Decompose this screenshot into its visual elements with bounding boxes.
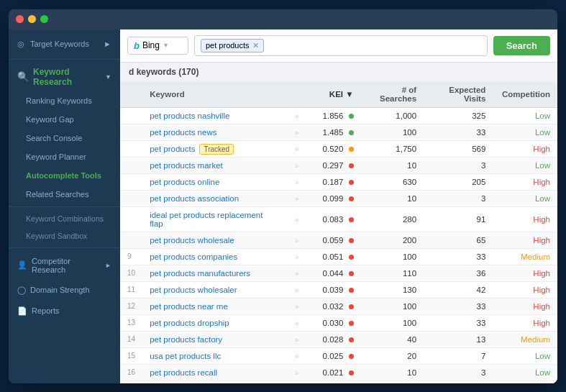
kei-value: 0.028 — [323, 335, 344, 344]
arrows-icon: » — [295, 253, 299, 261]
keyword-cell: ideal pet products replacement flap — [142, 206, 285, 232]
sidebar-item-search-console[interactable]: Search Console — [9, 129, 120, 147]
visits-cell: 7 — [424, 347, 493, 364]
keyword-research-header[interactable]: 🔍 Keyword Research ▼ — [9, 60, 120, 91]
kei-dot-icon — [349, 238, 354, 243]
engine-dropdown[interactable]: b Bing ▼ — [127, 37, 188, 55]
col-visits-header: Expected Visits — [424, 81, 493, 108]
col-searches-header: # of Searches — [361, 81, 424, 108]
kei-value: 1.485 — [323, 128, 344, 137]
sidebar-item-keyword-sandbox[interactable]: Keyword Sandbox — [9, 227, 120, 245]
keyword-link[interactable]: pet products market — [150, 161, 223, 170]
col-arrows — [285, 81, 306, 108]
keyword-link[interactable]: pet products news — [150, 128, 216, 137]
keyword-cell: pet productsTracked — [142, 140, 285, 157]
table-row: 11 pet products wholesaler » 0.039 130 4… — [120, 281, 557, 298]
row-number: 16 — [120, 364, 142, 380]
keyword-link[interactable]: pet products dropship — [150, 319, 229, 327]
keyword-link[interactable]: pet products manufacturers — [150, 269, 250, 278]
kei-value: 0.051 — [323, 252, 344, 261]
arrows-icon: » — [295, 270, 299, 278]
table-row: 10 pet products manufacturers » 0.044 11… — [120, 265, 557, 281]
sidebar-item-reports[interactable]: 📄 Reports — [9, 301, 120, 322]
maximize-button[interactable] — [40, 15, 48, 23]
arrows-icon: » — [295, 195, 299, 203]
sidebar-item-keyword-planner[interactable]: Keyword Planner — [9, 147, 120, 166]
arrows-icon: » — [295, 237, 299, 245]
search-tag: pet products ✕ — [201, 39, 264, 53]
keyword-link[interactable]: pet products near me — [150, 302, 228, 311]
table-row: 12 pet products near me » 0.032 100 33 H… — [120, 298, 557, 314]
sidebar-item-keyword-gap[interactable]: Keyword Gap — [9, 110, 120, 129]
keyword-link[interactable]: pet products recall — [150, 368, 217, 377]
arrows-icon: » — [295, 145, 299, 153]
table-row: 17 pet products expo » 0.019 10 3 Low — [120, 380, 557, 383]
content-area: b Bing ▼ pet products ✕ Search d keyword… — [120, 29, 557, 383]
visits-cell: 3 — [424, 364, 493, 380]
searches-cell: 10 — [361, 157, 424, 173]
arrows-icon: » — [295, 129, 299, 137]
row-number: 15 — [120, 347, 142, 364]
competition-cell: Low — [493, 157, 557, 173]
arrows-cell: » — [285, 347, 306, 364]
kei-dot-icon — [349, 271, 354, 276]
keyword-link[interactable]: pet products wholesale — [150, 236, 234, 245]
arrows-icon: » — [295, 178, 299, 186]
circle-icon: ◯ — [17, 286, 26, 295]
row-number — [120, 107, 142, 124]
table-row: 13 pet products dropship » 0.030 100 33 … — [120, 314, 557, 331]
keyword-link[interactable]: pet products wholesaler — [150, 286, 237, 294]
kei-dot-icon — [349, 255, 354, 260]
col-kei-header[interactable]: KEI ▼ — [306, 81, 361, 108]
sidebar-item-domain-strength[interactable]: ◯ Domain Strength — [9, 280, 120, 301]
table-row: pet products online » 0.187 630 205 High — [120, 173, 557, 190]
competition-cell: High — [493, 298, 557, 314]
kei-value: 0.187 — [323, 178, 344, 186]
kei-value: 0.039 — [323, 286, 344, 294]
table-row: 16 pet products recall » 0.021 10 3 Low — [120, 364, 557, 380]
sidebar-item-ranking-keywords[interactable]: Ranking Keywords — [9, 91, 120, 110]
keyword-link[interactable]: pet products nashville — [150, 111, 229, 120]
sidebar-item-competitor-research[interactable]: 👤 Competitor Research ► — [9, 251, 120, 280]
competition-cell: Medium — [493, 248, 557, 265]
arrows-icon: » — [295, 216, 299, 224]
kei-cell: 0.187 — [306, 173, 361, 190]
arrows-cell: » — [285, 140, 306, 157]
kei-dot-icon — [349, 321, 354, 326]
searches-cell: 130 — [361, 281, 424, 298]
close-button[interactable] — [16, 15, 24, 23]
keyword-link[interactable]: pet products companies — [150, 252, 237, 261]
keyword-link[interactable]: ideal pet products replacement flap — [150, 211, 263, 228]
visits-cell: 13 — [424, 331, 493, 347]
keyword-link[interactable]: pet products factory — [150, 335, 222, 344]
minimize-button[interactable] — [28, 15, 36, 23]
kei-value: 1.856 — [323, 111, 344, 120]
visits-cell: 205 — [424, 173, 493, 190]
arrows-cell: » — [285, 248, 306, 265]
visits-cell: 91 — [424, 206, 493, 232]
search-button[interactable]: Search — [493, 36, 550, 55]
row-number — [120, 206, 142, 232]
sidebar-item-target-keywords[interactable]: ◎ Target Keywords ► — [17, 37, 111, 52]
search-input-wrapper[interactable]: pet products ✕ — [194, 35, 488, 56]
visits-cell: 569 — [424, 140, 493, 157]
results-table: Keyword KEI ▼ # of Searches Expected Vis… — [120, 81, 557, 383]
competition-cell: High — [493, 173, 557, 190]
keyword-link[interactable]: pet products — [150, 145, 195, 153]
remove-tag-icon[interactable]: ✕ — [252, 41, 259, 50]
sidebar-item-autocomplete-tools[interactable]: Autocomplete Tools — [9, 166, 120, 185]
keyword-link[interactable]: usa pet products llc — [150, 352, 221, 360]
kei-value: 0.025 — [323, 352, 344, 360]
visits-cell: 36 — [424, 265, 493, 281]
kei-value: 0.030 — [323, 319, 344, 327]
arrows-icon: » — [295, 319, 299, 327]
keyword-link[interactable]: pet products online — [150, 178, 219, 186]
results-header: d keywords (170) — [120, 63, 557, 81]
keyword-link[interactable]: pet products association — [150, 194, 239, 203]
row-number — [120, 190, 142, 206]
searches-cell: 110 — [361, 265, 424, 281]
arrows-icon: » — [295, 303, 299, 311]
keyword-cell: pet products association — [142, 190, 285, 206]
sidebar-item-related-searches[interactable]: Related Searches — [9, 185, 120, 204]
sidebar-item-keyword-combinations[interactable]: Keyword Combinations — [9, 210, 120, 227]
